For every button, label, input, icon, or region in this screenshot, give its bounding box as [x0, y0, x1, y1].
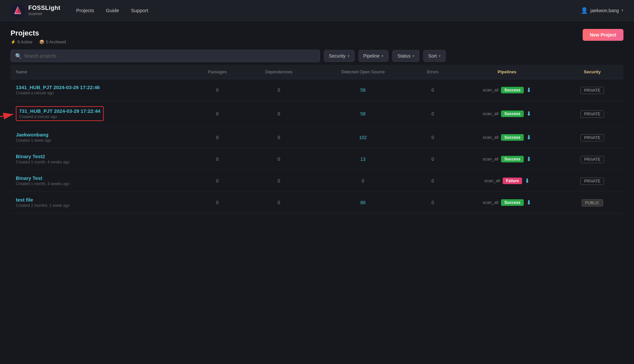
table-row: 1341_HUB_PJT 2024-03-29 17:22:46Created … [11, 79, 623, 101]
page-title: Projects [11, 29, 66, 37]
pipelines-cell: scan_allSuccess⬇ [453, 101, 561, 127]
errors-cell: 0 [412, 101, 453, 127]
table-row: 731_HUB_PJT 2024-03-29 17:22:44Created a… [11, 101, 623, 127]
nav-projects[interactable]: Projects [76, 8, 94, 13]
project-link[interactable]: Jaekwonbang [16, 132, 185, 137]
project-name-cell: Binary TestCreated 1 month, 4 weeks ago [11, 170, 191, 192]
archived-stat: 📦 0 Archived [39, 39, 66, 44]
chevron-down-icon: ▾ [412, 54, 414, 58]
download-icon[interactable]: ⬇ [526, 110, 531, 117]
security-cell: PRIVATE [561, 148, 623, 170]
brand-logo [11, 3, 25, 18]
pipeline-info: scan_allSuccess⬇ [458, 110, 556, 117]
pipeline-status-badge: Success [501, 87, 524, 93]
col-header-open-source: Detected Open Source [313, 65, 412, 79]
pipeline-name: scan_all [483, 157, 499, 161]
security-filter-label: Security [329, 53, 346, 59]
pipeline-info: scan_allSuccess⬇ [458, 86, 556, 94]
pipeline-name: scan_all [484, 178, 500, 183]
nav-links: Projects Guide Support [76, 8, 581, 13]
project-created: Created 1 month, 4 weeks ago [16, 182, 185, 186]
user-menu[interactable]: 👤 jaekwon.bang ▾ [581, 7, 623, 14]
new-project-button[interactable]: New Project [583, 29, 623, 41]
project-created: Created 2 months, 1 week ago [16, 203, 185, 208]
security-badge: PRIVATE [580, 156, 604, 163]
pipeline-status-badge: Success [501, 134, 524, 141]
project-link[interactable]: Binary Test2 [16, 154, 185, 159]
project-stats: ⚡ 6 Active 📦 0 Archived [11, 39, 66, 44]
open-source-cell: 58 [313, 79, 412, 101]
pipeline-status-badge: Success [501, 110, 524, 117]
download-icon[interactable]: ⬇ [526, 86, 531, 94]
pipelines-cell: scan_allSuccess⬇ [453, 148, 561, 170]
pipeline-filter-dropdown[interactable]: Pipeline ▾ [358, 50, 389, 62]
search-input[interactable] [11, 50, 320, 62]
dependencies-cell: 0 [244, 79, 314, 101]
dependencies-cell: 0 [244, 127, 314, 148]
security-badge: PRIVATE [580, 178, 604, 185]
security-badge: PRIVATE [580, 87, 604, 94]
main-content: Projects ⚡ 6 Active 📦 0 Archived New Pro… [0, 21, 634, 221]
download-icon[interactable]: ⬇ [526, 134, 531, 141]
project-link[interactable]: test file [16, 197, 185, 203]
nav-guide[interactable]: Guide [106, 8, 119, 13]
open-source-cell: 58 [313, 101, 412, 127]
project-created: Created 1 month, 4 weeks ago [16, 160, 185, 164]
project-created: Created 1 week ago [16, 138, 185, 143]
pipeline-info: scan_allSuccess⬇ [458, 134, 556, 141]
project-created: Created a minute ago [16, 91, 185, 95]
pipelines-cell: scan_allSuccess⬇ [453, 127, 561, 148]
brand: FOSSLight scanner [11, 3, 61, 18]
project-name-cell: 731_HUB_PJT 2024-03-29 17:22:44Created a… [11, 101, 191, 127]
table-row: Binary Test2Created 1 month, 4 weeks ago… [11, 148, 623, 170]
username: jaekwon.bang [591, 8, 619, 13]
errors-cell: 0 [412, 170, 453, 192]
pipeline-info: scan_allSuccess⬇ [458, 156, 556, 163]
sort-filter-dropdown[interactable]: Sort ▾ [423, 50, 446, 62]
packages-cell: 0 [191, 192, 244, 213]
table-header: Name Packages Dependencies Detected Open… [11, 65, 623, 79]
status-filter-label: Status [397, 53, 410, 59]
col-header-name: Name [11, 65, 191, 79]
search-container: 🔍 [11, 50, 320, 62]
brand-subtitle: scanner [28, 12, 61, 16]
page-header: Projects ⚡ 6 Active 📦 0 Archived New Pro… [11, 29, 623, 44]
chevron-down-icon: ▾ [621, 8, 623, 12]
header-left: Projects ⚡ 6 Active 📦 0 Archived [11, 29, 66, 44]
open-source-cell: 13 [313, 148, 412, 170]
pipeline-filter-label: Pipeline [363, 53, 380, 59]
pipelines-cell: scan_allSuccess⬇ [453, 79, 561, 101]
table-row: Binary TestCreated 1 month, 4 weeks ago0… [11, 170, 623, 192]
project-name-cell: test fileCreated 2 months, 1 week ago [11, 192, 191, 213]
packages-cell: 0 [191, 148, 244, 170]
active-stat: ⚡ 6 Active [11, 39, 33, 44]
dependencies-cell: 0 [244, 101, 314, 127]
col-header-errors: Errors [412, 65, 453, 79]
project-link[interactable]: Binary Test [16, 175, 185, 181]
nav-support[interactable]: Support [131, 8, 148, 13]
status-filter-dropdown[interactable]: Status ▾ [392, 50, 419, 62]
download-icon[interactable]: ⬇ [525, 177, 530, 184]
archived-icon: 📦 [39, 39, 44, 44]
col-header-dependencies: Dependencies [244, 65, 314, 79]
project-link[interactable]: 1341_HUB_PJT 2024-03-29 17:22:46 [16, 85, 185, 90]
projects-table: Name Packages Dependencies Detected Open… [11, 65, 623, 213]
security-badge: PRIVATE [580, 134, 604, 141]
security-filter-dropdown[interactable]: Security ▾ [324, 50, 355, 62]
pipeline-name: scan_all [483, 135, 499, 140]
errors-cell: 0 [412, 127, 453, 148]
project-name-cell: 1341_HUB_PJT 2024-03-29 17:22:46Created … [11, 79, 191, 101]
download-icon[interactable]: ⬇ [526, 199, 531, 206]
search-icon: 🔍 [15, 53, 22, 59]
open-source-cell: 102 [313, 127, 412, 148]
col-header-security: Security [561, 65, 623, 79]
download-icon[interactable]: ⬇ [526, 156, 531, 163]
errors-cell: 0 [412, 79, 453, 101]
pipeline-status-badge: Success [501, 199, 524, 206]
project-link[interactable]: 731_HUB_PJT 2024-03-29 17:22:44 [19, 108, 100, 114]
chevron-down-icon: ▾ [382, 54, 383, 58]
col-header-packages: Packages [191, 65, 244, 79]
pipeline-info: scan_allSuccess⬇ [458, 199, 556, 206]
security-cell: PRIVATE [561, 101, 623, 127]
security-cell: PRIVATE [561, 79, 623, 101]
